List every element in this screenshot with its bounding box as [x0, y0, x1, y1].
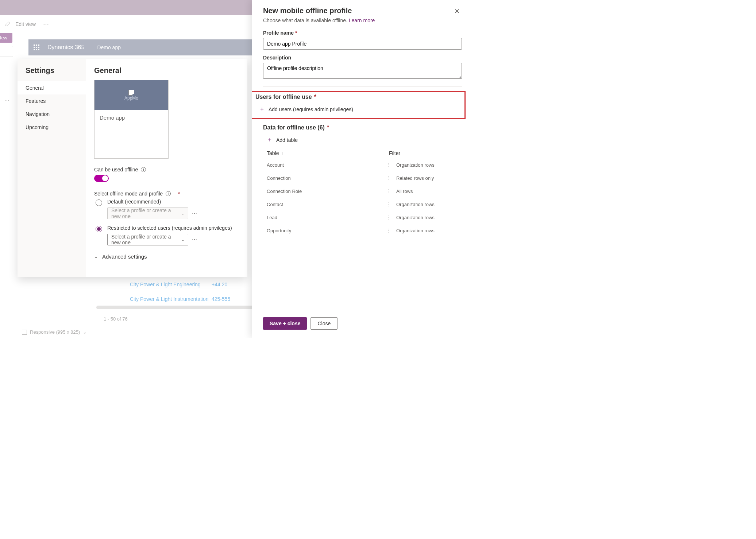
plus-icon: ＋	[259, 105, 265, 113]
divider	[263, 86, 462, 87]
chevron-down-icon: ⌄	[181, 238, 184, 242]
table-row[interactable]: Account⋮Organization rows	[263, 158, 462, 171]
sort-asc-icon: ↑	[281, 151, 283, 155]
row-table-name: Contact	[263, 202, 382, 207]
advanced-settings-label: Advanced settings	[102, 253, 147, 260]
nav-upcoming[interactable]: Upcoming	[18, 121, 86, 134]
row-filter-value: Organization rows	[396, 162, 462, 168]
advanced-settings-toggle[interactable]: ⌄ Advanced settings	[94, 253, 239, 260]
col-filter-header[interactable]: Filter	[389, 150, 462, 156]
settings-main: General AppMo Demo app Can be used offli…	[86, 59, 247, 277]
table-header: Table↑ Filter	[263, 148, 462, 158]
required-star-icon: *	[178, 191, 180, 197]
row-filter-value: Related rows only	[396, 175, 462, 181]
row-more-icon[interactable]: ⋮	[382, 214, 396, 220]
learn-more-link[interactable]: Learn more	[349, 18, 375, 23]
users-callout: Users for offline use* ＋ Add users (requ…	[252, 91, 466, 119]
row-more-icon[interactable]: ⋮	[382, 188, 396, 194]
settings-nav: Settings General Features Navigation Upc…	[18, 59, 86, 277]
radio-restricted[interactable]: Restricted to selected users (requires a…	[94, 225, 239, 245]
settings-heading: General	[94, 66, 239, 75]
row-filter-value: Organization rows	[396, 228, 462, 233]
chevron-down-icon: ⌄	[94, 254, 98, 259]
offline-profile-panel: New mobile offline profile ✕ Choose what…	[252, 0, 473, 338]
row-table-name: Connection	[263, 175, 382, 181]
nav-features[interactable]: Features	[18, 94, 86, 108]
row-filter-value: Organization rows	[396, 202, 462, 207]
row-filter-value: Organization rows	[396, 215, 462, 220]
table-row[interactable]: Opportunity⋮Organization rows	[263, 224, 462, 237]
row-table-name: Lead	[263, 215, 382, 220]
more-icon[interactable]: ⋯	[192, 210, 197, 216]
radio-icon[interactable]	[96, 199, 102, 206]
radio-default-label: Default (recommended)	[107, 199, 197, 205]
profile-placeholder: Select a profile or create a new one	[111, 208, 181, 219]
settings-modal: Settings General Features Navigation Upc…	[18, 59, 247, 277]
add-users-button[interactable]: ＋ Add users (requires admin privileges)	[255, 103, 462, 117]
add-table-label: Add table	[276, 137, 298, 143]
row-table-name: Account	[263, 162, 382, 168]
app-tile-name: Demo app	[94, 110, 168, 125]
offline-toggle[interactable]	[94, 175, 109, 182]
settings-title: Settings	[18, 66, 86, 81]
app-tile[interactable]: AppMo Demo app	[94, 80, 169, 159]
more-icon[interactable]: ⋯	[192, 237, 197, 243]
row-filter-value: All rows	[396, 189, 462, 194]
select-mode-label: Select offline mode and profile i *	[94, 191, 239, 197]
radio-default[interactable]: Default (recommended) Select a profile o…	[94, 199, 239, 219]
profile-name-input[interactable]	[263, 38, 462, 50]
app-tile-alt: AppMo	[124, 96, 138, 101]
nav-navigation[interactable]: Navigation	[18, 108, 86, 121]
radio-icon[interactable]	[96, 226, 102, 232]
panel-subtitle: Choose what data is available offline. L…	[263, 18, 462, 23]
profile-placeholder: Select a profile or create a new one	[111, 234, 181, 245]
close-icon[interactable]: ✕	[452, 7, 462, 16]
row-table-name: Opportunity	[263, 228, 382, 233]
profile-select[interactable]: Select a profile or create a new one ⌄	[107, 234, 188, 245]
nav-general[interactable]: General	[18, 81, 86, 94]
plus-icon: ＋	[267, 136, 273, 144]
app-tile-image: AppMo	[94, 80, 168, 110]
col-table-header[interactable]: Table↑	[263, 150, 389, 156]
add-users-label: Add users (requires admin privileges)	[269, 106, 353, 112]
radio-restricted-label: Restricted to selected users (requires a…	[107, 225, 232, 231]
row-more-icon[interactable]: ⋮	[382, 162, 396, 168]
info-icon[interactable]: i	[166, 191, 171, 196]
profile-name-label: Profile name*	[263, 30, 462, 36]
panel-title: New mobile offline profile	[263, 7, 352, 15]
save-close-button[interactable]: Save + close	[263, 317, 307, 330]
add-table-button[interactable]: ＋ Add table	[263, 134, 462, 148]
close-button[interactable]: Close	[310, 317, 338, 330]
description-textarea[interactable]: Offline profile description	[263, 63, 462, 79]
row-more-icon[interactable]: ⋮	[382, 228, 396, 233]
broken-image-icon	[128, 90, 134, 96]
table-row[interactable]: Connection⋮Related rows only	[263, 171, 462, 185]
offline-toggle-label: Can be used offline i	[94, 167, 239, 172]
description-label: Description	[263, 55, 462, 61]
table-row[interactable]: Connection Role⋮All rows	[263, 185, 462, 198]
table-row[interactable]: Contact⋮Organization rows	[263, 198, 462, 211]
chevron-down-icon: ⌄	[181, 212, 184, 216]
row-more-icon[interactable]: ⋮	[382, 175, 396, 181]
users-heading: Users for offline use*	[255, 94, 462, 100]
data-heading: Data for offline use (6)*	[263, 124, 462, 131]
profile-select-disabled: Select a profile or create a new one ⌄	[107, 208, 188, 219]
row-table-name: Connection Role	[263, 189, 382, 194]
table-row[interactable]: Lead⋮Organization rows	[263, 211, 462, 224]
row-more-icon[interactable]: ⋮	[382, 201, 396, 207]
panel-footer: Save + close Close	[252, 312, 473, 338]
info-icon[interactable]: i	[141, 167, 146, 172]
